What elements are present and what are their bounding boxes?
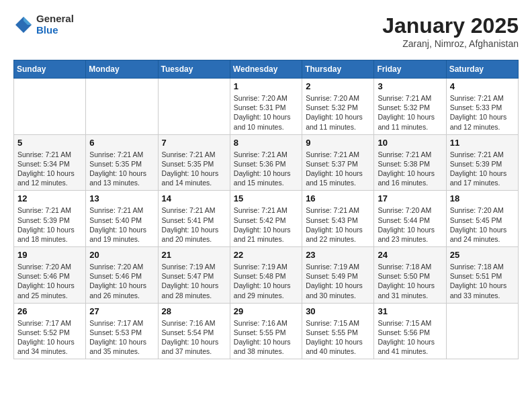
day-number: 16 [306, 193, 370, 203]
cell-week4-day3: 22Sunrise: 7:19 AMSunset: 5:48 PMDayligh… [230, 247, 302, 304]
cell-week1-day5: 3Sunrise: 7:21 AMSunset: 5:32 PMDaylight… [374, 79, 446, 135]
cell-week4-day5: 24Sunrise: 7:18 AMSunset: 5:50 PMDayligh… [374, 247, 446, 304]
day-number: 7 [162, 138, 226, 148]
cell-week3-day6: 18Sunrise: 7:20 AMSunset: 5:45 PMDayligh… [446, 191, 518, 247]
logo: General Blue [13, 13, 74, 36]
day-number: 21 [162, 250, 226, 260]
day-info: Sunrise: 7:15 AMSunset: 5:56 PMDaylight:… [378, 318, 442, 357]
day-number: 17 [378, 193, 442, 203]
cell-week3-day1: 13Sunrise: 7:21 AMSunset: 5:40 PMDayligh… [86, 191, 158, 247]
cell-week5-day1: 27Sunrise: 7:17 AMSunset: 5:53 PMDayligh… [86, 303, 158, 359]
logo-general: General [36, 13, 74, 25]
logo-icon [13, 15, 34, 35]
cell-week4-day0: 19Sunrise: 7:20 AMSunset: 5:46 PMDayligh… [14, 247, 86, 304]
day-info: Sunrise: 7:19 AMSunset: 5:48 PMDaylight:… [234, 262, 298, 300]
title-block: January 2025 Zaranj, Nimroz, Afghanistan [382, 13, 519, 49]
day-number: 13 [89, 193, 154, 203]
day-info: Sunrise: 7:17 AMSunset: 5:52 PMDaylight:… [17, 318, 82, 357]
cell-week2-day6: 11Sunrise: 7:21 AMSunset: 5:39 PMDayligh… [446, 134, 518, 191]
day-info: Sunrise: 7:20 AMSunset: 5:45 PMDaylight:… [450, 205, 515, 244]
calendar-header-row: SundayMondayTuesdayWednesdayThursdayFrid… [14, 60, 519, 79]
day-number: 30 [306, 306, 370, 316]
week-row-4: 19Sunrise: 7:20 AMSunset: 5:46 PMDayligh… [14, 247, 519, 304]
cell-week4-day2: 21Sunrise: 7:19 AMSunset: 5:47 PMDayligh… [158, 247, 230, 304]
week-row-1: 1Sunrise: 7:20 AMSunset: 5:31 PMDaylight… [14, 79, 519, 135]
day-number: 5 [17, 138, 82, 148]
cell-week1-day3: 1Sunrise: 7:20 AMSunset: 5:31 PMDaylight… [230, 79, 302, 135]
day-number: 19 [17, 250, 82, 260]
cell-week3-day4: 16Sunrise: 7:21 AMSunset: 5:43 PMDayligh… [302, 191, 374, 247]
day-number: 25 [450, 250, 515, 260]
week-row-2: 5Sunrise: 7:21 AMSunset: 5:34 PMDaylight… [14, 134, 519, 191]
day-info: Sunrise: 7:21 AMSunset: 5:43 PMDaylight:… [306, 205, 370, 244]
day-info: Sunrise: 7:18 AMSunset: 5:50 PMDaylight:… [378, 262, 442, 300]
day-number: 4 [450, 81, 515, 91]
cell-week4-day6: 25Sunrise: 7:18 AMSunset: 5:51 PMDayligh… [446, 247, 518, 304]
cell-week2-day0: 5Sunrise: 7:21 AMSunset: 5:34 PMDaylight… [14, 134, 86, 191]
week-row-3: 12Sunrise: 7:21 AMSunset: 5:39 PMDayligh… [14, 191, 519, 247]
day-number: 3 [378, 81, 442, 91]
day-number: 23 [306, 250, 370, 260]
day-info: Sunrise: 7:21 AMSunset: 5:38 PMDaylight:… [378, 150, 442, 188]
day-number: 24 [378, 250, 442, 260]
day-info: Sunrise: 7:20 AMSunset: 5:32 PMDaylight:… [306, 93, 370, 132]
cell-week2-day4: 9Sunrise: 7:21 AMSunset: 5:37 PMDaylight… [302, 134, 374, 191]
day-number: 26 [17, 306, 82, 316]
day-info: Sunrise: 7:21 AMSunset: 5:36 PMDaylight:… [234, 150, 298, 188]
cell-week5-day6 [446, 303, 518, 359]
cell-week1-day4: 2Sunrise: 7:20 AMSunset: 5:32 PMDaylight… [302, 79, 374, 135]
calendar-table: SundayMondayTuesdayWednesdayThursdayFrid… [13, 60, 519, 359]
cell-week5-day3: 29Sunrise: 7:16 AMSunset: 5:55 PMDayligh… [230, 303, 302, 359]
cell-week4-day1: 20Sunrise: 7:20 AMSunset: 5:46 PMDayligh… [86, 247, 158, 304]
month-title: January 2025 [382, 13, 519, 38]
day-number: 2 [306, 81, 370, 91]
day-info: Sunrise: 7:20 AMSunset: 5:46 PMDaylight:… [17, 262, 82, 300]
day-number: 8 [234, 138, 298, 148]
day-info: Sunrise: 7:21 AMSunset: 5:32 PMDaylight:… [378, 93, 442, 132]
cell-week2-day3: 8Sunrise: 7:21 AMSunset: 5:36 PMDaylight… [230, 134, 302, 191]
cell-week1-day6: 4Sunrise: 7:21 AMSunset: 5:33 PMDaylight… [446, 79, 518, 135]
cell-week4-day4: 23Sunrise: 7:19 AMSunset: 5:49 PMDayligh… [302, 247, 374, 304]
day-number: 9 [306, 138, 370, 148]
day-info: Sunrise: 7:21 AMSunset: 5:39 PMDaylight:… [17, 205, 82, 244]
day-number: 14 [162, 193, 226, 203]
cell-week1-day0 [14, 79, 86, 135]
day-info: Sunrise: 7:21 AMSunset: 5:41 PMDaylight:… [162, 205, 226, 244]
day-number: 31 [378, 306, 442, 316]
header-friday: Friday [374, 60, 446, 79]
page-header: General Blue January 2025 Zaranj, Nimroz… [13, 13, 519, 49]
day-number: 6 [89, 138, 154, 148]
day-info: Sunrise: 7:21 AMSunset: 5:35 PMDaylight:… [162, 150, 226, 188]
day-info: Sunrise: 7:18 AMSunset: 5:51 PMDaylight:… [450, 262, 515, 300]
cell-week5-day0: 26Sunrise: 7:17 AMSunset: 5:52 PMDayligh… [14, 303, 86, 359]
day-info: Sunrise: 7:21 AMSunset: 5:35 PMDaylight:… [89, 150, 154, 188]
day-number: 10 [378, 138, 442, 148]
header-wednesday: Wednesday [230, 60, 302, 79]
cell-week3-day5: 17Sunrise: 7:20 AMSunset: 5:44 PMDayligh… [374, 191, 446, 247]
header-saturday: Saturday [446, 60, 518, 79]
cell-week3-day3: 15Sunrise: 7:21 AMSunset: 5:42 PMDayligh… [230, 191, 302, 247]
day-info: Sunrise: 7:16 AMSunset: 5:55 PMDaylight:… [234, 318, 298, 357]
cell-week3-day2: 14Sunrise: 7:21 AMSunset: 5:41 PMDayligh… [158, 191, 230, 247]
location-title: Zaranj, Nimroz, Afghanistan [382, 38, 519, 49]
day-number: 12 [17, 193, 82, 203]
day-info: Sunrise: 7:21 AMSunset: 5:33 PMDaylight:… [450, 93, 515, 132]
cell-week2-day5: 10Sunrise: 7:21 AMSunset: 5:38 PMDayligh… [374, 134, 446, 191]
day-number: 27 [89, 306, 154, 316]
day-info: Sunrise: 7:19 AMSunset: 5:47 PMDaylight:… [162, 262, 226, 300]
cell-week1-day1 [86, 79, 158, 135]
week-row-5: 26Sunrise: 7:17 AMSunset: 5:52 PMDayligh… [14, 303, 519, 359]
cell-week2-day1: 6Sunrise: 7:21 AMSunset: 5:35 PMDaylight… [86, 134, 158, 191]
day-info: Sunrise: 7:21 AMSunset: 5:34 PMDaylight:… [17, 150, 82, 188]
day-info: Sunrise: 7:21 AMSunset: 5:40 PMDaylight:… [89, 205, 154, 244]
day-info: Sunrise: 7:20 AMSunset: 5:44 PMDaylight:… [378, 205, 442, 244]
day-info: Sunrise: 7:21 AMSunset: 5:39 PMDaylight:… [450, 150, 515, 188]
day-info: Sunrise: 7:20 AMSunset: 5:31 PMDaylight:… [234, 93, 298, 132]
header-tuesday: Tuesday [158, 60, 230, 79]
day-number: 18 [450, 193, 515, 203]
cell-week5-day2: 28Sunrise: 7:16 AMSunset: 5:54 PMDayligh… [158, 303, 230, 359]
day-number: 28 [162, 306, 226, 316]
header-thursday: Thursday [302, 60, 374, 79]
cell-week5-day4: 30Sunrise: 7:15 AMSunset: 5:55 PMDayligh… [302, 303, 374, 359]
cell-week2-day2: 7Sunrise: 7:21 AMSunset: 5:35 PMDaylight… [158, 134, 230, 191]
